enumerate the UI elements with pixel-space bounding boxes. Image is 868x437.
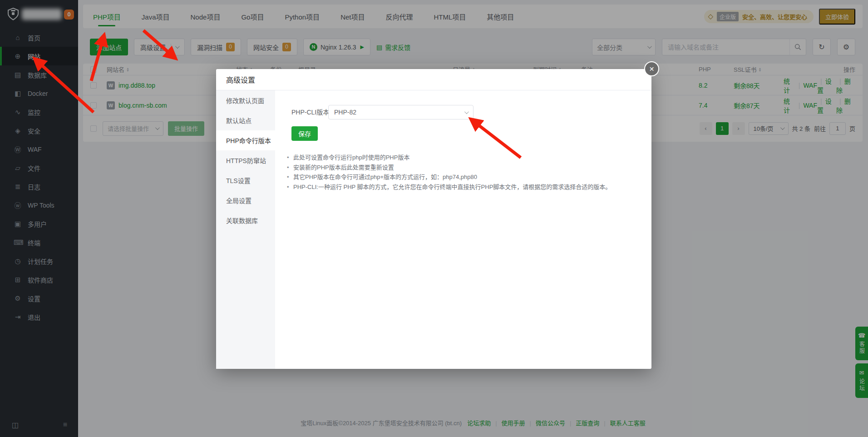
close-icon: ✕: [649, 65, 655, 73]
modal-tab-label: PHP命令行版本: [226, 136, 271, 145]
close-button[interactable]: ✕: [644, 61, 659, 76]
note-item: PHP-CLI:一种运行 PHP 脚本的方式，它允许您在命令行终端中直接执行PH…: [286, 182, 611, 192]
modal-tab-label: 修改默认页面: [226, 96, 264, 105]
php-cli-version-select[interactable]: PHP-82: [328, 105, 473, 119]
advanced-settings-modal: 高级设置 ✕ 修改默认页面 默认站点 PHP命令行版本: [216, 69, 651, 369]
modal-tab-default-page[interactable]: 修改默认页面: [216, 90, 275, 110]
modal-tab-label: 全局设置: [226, 196, 252, 205]
modal-tab-label: 默认站点: [226, 116, 252, 125]
note-item: 安装新的PHP版本后此处需要重新设置: [286, 163, 611, 173]
modal-body: 修改默认页面 默认站点 PHP命令行版本 HTTPS防窜站: [216, 90, 651, 369]
php-cli-notes: 此处可设置命令行运行php时使用的PHP版本安装新的PHP版本后此处需要重新设置…: [286, 153, 611, 192]
modal-tab-database[interactable]: 关联数据库: [216, 210, 275, 230]
app-root: 0 ⌂ 首页 ⊕ 网站 ▤ 数据库 ◧: [0, 0, 868, 437]
modal-tab-label: HTTPS防窜站: [226, 156, 266, 165]
modal-title: 高级设置: [226, 74, 255, 85]
modal-tab-https[interactable]: HTTPS防窜站: [216, 150, 275, 170]
modal-content: PHP-CLI版本 PHP-82 保存 此处可设置命令行运行php时使用的PHP…: [275, 90, 651, 369]
save-button[interactable]: 保存: [291, 126, 318, 141]
modal-tab-label: 关联数据库: [226, 216, 258, 225]
note-item: 其它PHP版本在命令行可通过php+版本的方式运行，如：php74,php80: [286, 172, 611, 182]
modal-tab-list: 修改默认页面 默认站点 PHP命令行版本 HTTPS防窜站: [216, 90, 275, 369]
modal-tab-global[interactable]: 全局设置: [216, 190, 275, 210]
modal-tab-php-cli[interactable]: PHP命令行版本: [216, 130, 275, 150]
modal-tab-label: TLS设置: [226, 176, 251, 185]
php-cli-version-value: PHP-82: [334, 109, 356, 116]
modal-header: 高级设置: [216, 69, 651, 90]
note-item: 此处可设置命令行运行php时使用的PHP版本: [286, 153, 611, 163]
modal-tab-default-site[interactable]: 默认站点: [216, 110, 275, 130]
modal-tab-tls[interactable]: TLS设置: [216, 170, 275, 190]
php-cli-version-label: PHP-CLI版本: [291, 105, 329, 119]
chevron-down-icon: [464, 109, 469, 114]
